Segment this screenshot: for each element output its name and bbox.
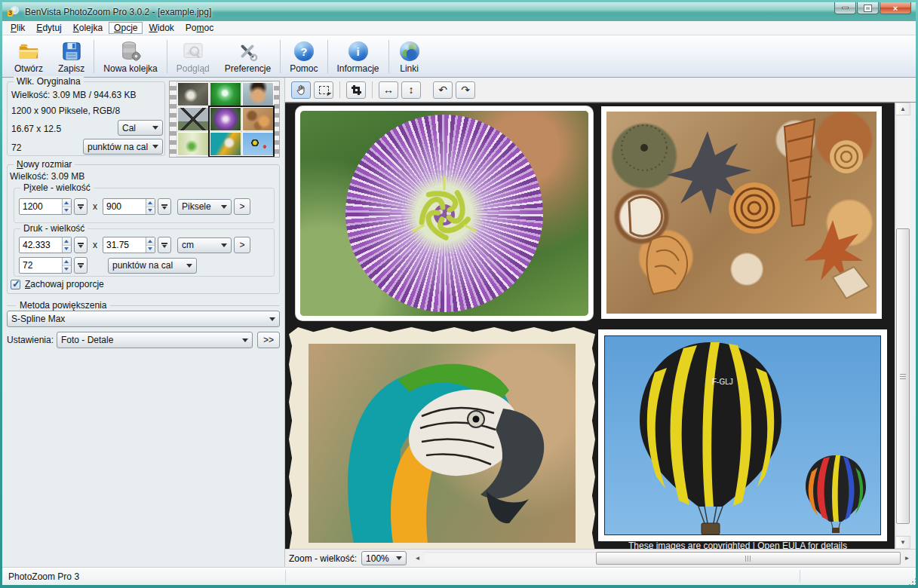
- pixel-height-reset-button[interactable]: [158, 198, 171, 215]
- chevron-down-icon: [152, 126, 158, 130]
- original-unit-dropdown[interactable]: Cal: [118, 120, 163, 136]
- image-toolbar: ↔ ↕ ↶ ↷: [285, 78, 916, 103]
- vertical-scroll-track[interactable]: [895, 115, 910, 536]
- thumbnail-green-sprout[interactable]: [177, 132, 209, 156]
- horizontal-scroll-thumb[interactable]: [596, 552, 901, 565]
- marquee-select-button[interactable]: [314, 81, 333, 99]
- links-globe-icon: [398, 41, 421, 62]
- photo-passion-flower: [296, 106, 593, 320]
- menu-pomoc[interactable]: Pomoc: [180, 22, 219, 34]
- thumbnail-wedding-couple[interactable]: [177, 82, 209, 106]
- settings-panel: Wlk. Oryginalna Wielkość: 3.09 MB / 944.…: [2, 78, 285, 567]
- preset-dropdown[interactable]: Foto - Detale: [57, 332, 253, 348]
- minimize-button[interactable]: [834, 2, 856, 14]
- vertical-scroll-thumb[interactable]: [896, 228, 910, 524]
- print-width-reset-button[interactable]: [74, 237, 88, 253]
- image-toolbar-separator: [372, 81, 373, 98]
- print-resolution-reset-button[interactable]: [74, 257, 88, 274]
- pixel-height-spinner[interactable]: [146, 199, 155, 214]
- pixel-width-spinner[interactable]: [62, 199, 71, 214]
- original-size-group: Wlk. Oryginalna Wielkość: 3.09 MB / 944.…: [7, 81, 165, 156]
- flip-horizontal-button[interactable]: ↔: [379, 81, 398, 99]
- crop-button[interactable]: [346, 81, 366, 99]
- menu-widok[interactable]: Widok: [143, 22, 179, 34]
- open-button[interactable]: Otwórz: [7, 38, 51, 75]
- pan-hand-icon: [296, 84, 307, 96]
- save-floppy-icon: [60, 41, 83, 62]
- close-icon: ×: [893, 5, 898, 12]
- info-button[interactable]: i Informacje: [330, 38, 387, 75]
- maximize-button[interactable]: [857, 2, 879, 14]
- chevron-down-icon: [396, 556, 402, 560]
- print-size-group: Druk - wielkość x cm: [14, 228, 275, 277]
- title-bar[interactable]: 3 BenVista PhotoZoom Pro 3.0.2 - [exampl…: [2, 2, 916, 21]
- pixel-size-group-title: Pixele - wielkość: [20, 182, 94, 193]
- print-resolution-unit-dropdown[interactable]: punktów na cal: [108, 258, 197, 274]
- toolbar-separator: [388, 40, 389, 73]
- chevron-down-icon: [186, 264, 192, 268]
- main-toolbar: Otwórz Zapisz Nowa kolejka Podgląd: [2, 35, 916, 78]
- pan-tool-button[interactable]: [291, 81, 311, 99]
- print-apply-button[interactable]: >: [234, 237, 250, 253]
- status-bar: PhotoZoom Pro 3: [2, 567, 916, 585]
- crop-icon: [352, 85, 361, 95]
- flip-vertical-button[interactable]: ↕: [401, 81, 421, 99]
- open-folder-icon: [17, 41, 40, 62]
- thumbnail-water-drop-leaf[interactable]: [210, 82, 241, 106]
- pixel-width-reset-button[interactable]: [74, 198, 88, 215]
- original-resolution-unit-dropdown[interactable]: punktów na cal: [83, 139, 163, 155]
- new-size-group-title: Nowy rozmiar: [14, 159, 75, 170]
- print-width-input[interactable]: [19, 237, 72, 253]
- horizontal-scrollbar[interactable]: ◄ ►: [411, 551, 913, 565]
- vertical-scrollbar[interactable]: ▲ ▼: [895, 103, 910, 549]
- filmstrip-sprocket: [170, 81, 177, 157]
- rotate-cw-button[interactable]: ↷: [456, 81, 475, 99]
- window-title: BenVista PhotoZoom Pro 3.0.2 - [example.…: [25, 7, 211, 17]
- print-unit-dropdown[interactable]: cm: [177, 237, 232, 253]
- filmstrip-thumbnails[interactable]: [169, 81, 280, 158]
- pixel-width-input[interactable]: [19, 198, 72, 215]
- horizontal-scroll-track[interactable]: [424, 552, 901, 565]
- print-resolution-spinner[interactable]: [62, 258, 71, 273]
- print-height-reset-button[interactable]: [158, 237, 171, 253]
- scroll-left-button[interactable]: ◄: [411, 552, 424, 565]
- menu-kolejka[interactable]: Kolejka: [68, 22, 108, 34]
- print-height-input[interactable]: [103, 237, 155, 253]
- resize-grip[interactable]: [912, 581, 913, 583]
- status-text: PhotoZoom Pro 3: [2, 571, 79, 582]
- pixel-height-input[interactable]: [103, 198, 155, 215]
- resize-method-header: Metoda powiększenia: [7, 300, 280, 311]
- preview-image-icon: [182, 41, 204, 62]
- image-viewport[interactable]: F-GLJ: [285, 103, 895, 549]
- maximize-icon: [864, 5, 871, 11]
- links-button[interactable]: Linki: [391, 38, 428, 75]
- resize-method-dropdown[interactable]: S-Spline Max: [7, 311, 280, 327]
- pixel-apply-button[interactable]: >: [234, 198, 250, 215]
- new-queue-button[interactable]: Nowa kolejka: [96, 38, 164, 75]
- original-size-group-title: Wlk. Oryginalna: [14, 76, 84, 87]
- pixel-unit-dropdown[interactable]: Piksele: [177, 199, 232, 215]
- menu-plik[interactable]: Plik: [5, 22, 30, 34]
- thumbnail-windmill[interactable]: [177, 107, 209, 131]
- scroll-down-button[interactable]: ▼: [895, 536, 910, 549]
- scroll-right-button[interactable]: ►: [901, 552, 913, 565]
- thumbnail-man-portrait[interactable]: [242, 82, 274, 106]
- menu-edytuj[interactable]: Edytuj: [31, 22, 66, 34]
- preferences-button[interactable]: Preferencje: [217, 38, 278, 75]
- save-button[interactable]: Zapisz: [51, 38, 92, 75]
- preview-button: Podgląd: [169, 38, 217, 75]
- print-width-spinner[interactable]: [62, 237, 71, 253]
- pixel-size-group: Pixele - wielkość x Piksele: [14, 188, 275, 223]
- scroll-up-button[interactable]: ▲: [895, 103, 910, 115]
- zoom-level-dropdown[interactable]: 100%: [361, 551, 407, 565]
- print-resolution-input[interactable]: [19, 257, 72, 274]
- close-button[interactable]: ×: [880, 2, 911, 14]
- rotate-ccw-button[interactable]: ↶: [433, 81, 453, 99]
- expand-settings-button[interactable]: >>: [257, 332, 280, 348]
- new-queue-database-icon: [119, 41, 142, 62]
- menu-bar: Plik Edytuj Kolejka Opcje Widok Pomoc: [2, 21, 916, 35]
- keep-proportions-checkbox[interactable]: ✓: [11, 280, 20, 289]
- menu-opcje[interactable]: Opcje: [109, 22, 143, 34]
- print-height-spinner[interactable]: [146, 237, 155, 253]
- help-button[interactable]: ? Pomoc: [282, 38, 325, 75]
